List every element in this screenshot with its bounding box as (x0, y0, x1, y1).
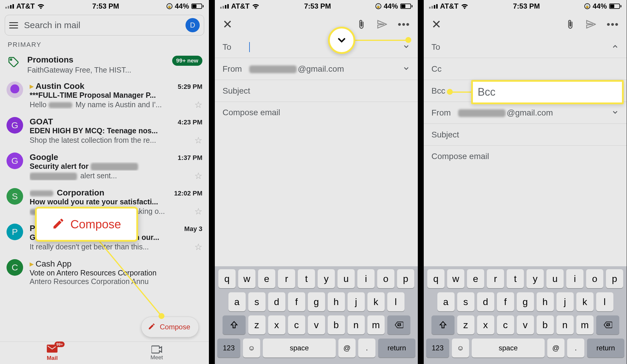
from-chevron[interactable] (611, 108, 619, 117)
numbers-key[interactable]: 123 (426, 339, 449, 357)
key-f[interactable]: f (497, 292, 514, 311)
promotions-row[interactable]: Promotions 99+ new FaithGateway Free, Th… (0, 52, 209, 78)
shift-key[interactable] (223, 315, 246, 334)
attach-icon[interactable] (356, 19, 366, 29)
key-o[interactable]: o (377, 269, 394, 288)
more-icon[interactable]: ••• (398, 19, 410, 30)
key-w[interactable]: w (447, 269, 464, 288)
to-field[interactable]: To (424, 36, 627, 58)
subject-field[interactable]: Subject (215, 80, 418, 102)
expand-chevron[interactable] (402, 43, 410, 52)
key-y[interactable]: y (318, 269, 335, 288)
message-row[interactable]: G GOAT 4:23 PM EDEN HIGH BY MCQ: Teenage… (0, 114, 209, 150)
key-x[interactable]: x (477, 315, 494, 334)
nav-meet[interactable]: Meet (105, 342, 209, 364)
key-z[interactable]: z (457, 315, 474, 334)
attach-icon[interactable] (565, 19, 575, 29)
key-i[interactable]: i (357, 269, 375, 288)
shift-key[interactable] (431, 315, 455, 334)
key-d[interactable]: d (477, 292, 494, 311)
backspace-key[interactable] (596, 315, 619, 334)
key-a[interactable]: a (437, 292, 455, 311)
compose-body[interactable]: Compose email (424, 146, 627, 167)
key-n[interactable]: n (348, 315, 365, 334)
key-a[interactable]: a (228, 292, 246, 311)
space-key[interactable]: space (472, 339, 545, 357)
key-w[interactable]: w (238, 269, 255, 288)
from-chevron[interactable] (402, 65, 410, 73)
key-c[interactable]: c (288, 315, 305, 334)
key-g[interactable]: g (308, 292, 325, 311)
compose-body[interactable]: Compose email (215, 102, 418, 123)
search-bar[interactable]: Search in mail D (5, 15, 204, 36)
key-j[interactable]: j (348, 292, 365, 311)
key-u[interactable]: u (338, 269, 355, 288)
key-p[interactable]: p (397, 269, 414, 288)
key-l[interactable]: l (596, 292, 613, 311)
key-s[interactable]: s (457, 292, 474, 311)
collapse-chevron[interactable] (611, 43, 619, 52)
key-j[interactable]: j (556, 292, 574, 311)
star-icon[interactable]: ☆ (194, 206, 202, 217)
key-k[interactable]: k (367, 292, 385, 311)
key-y[interactable]: y (527, 269, 544, 288)
key-q[interactable]: q (427, 269, 444, 288)
subject-field[interactable]: Subject (424, 124, 627, 146)
key-b[interactable]: b (328, 315, 345, 334)
close-icon[interactable]: ✕ (431, 18, 442, 30)
key-e[interactable]: e (258, 269, 275, 288)
key-h[interactable]: h (328, 292, 345, 311)
send-icon[interactable] (377, 19, 387, 29)
key-m[interactable]: m (576, 315, 594, 334)
key-f[interactable]: f (288, 292, 305, 311)
star-icon[interactable]: ☆ (194, 171, 202, 181)
close-icon[interactable]: ✕ (223, 18, 233, 30)
key-o[interactable]: o (586, 269, 603, 288)
key-q[interactable]: q (218, 269, 236, 288)
nav-mail[interactable]: 99+ Mail (0, 342, 105, 364)
backspace-key[interactable] (387, 315, 410, 334)
key-e[interactable]: e (467, 269, 484, 288)
key-r[interactable]: r (278, 269, 295, 288)
send-icon[interactable] (586, 19, 596, 29)
menu-icon[interactable] (9, 22, 18, 28)
return-key[interactable]: return (587, 339, 624, 357)
key-z[interactable]: z (248, 315, 265, 334)
from-field[interactable]: From @gmail.com (215, 58, 418, 80)
key-b[interactable]: b (537, 315, 554, 334)
key-d[interactable]: d (268, 292, 285, 311)
key-l[interactable]: l (387, 292, 404, 311)
key-h[interactable]: h (537, 292, 554, 311)
numbers-key[interactable]: 123 (217, 339, 240, 357)
emoji-key[interactable]: ☺ (243, 339, 260, 357)
cc-field[interactable]: Cc (424, 58, 627, 80)
star-icon[interactable]: ☆ (194, 135, 202, 145)
key-u[interactable]: u (546, 269, 564, 288)
ios-keyboard[interactable]: qwertyuiop asdfghjkl zxcvbnm 123 ☺ space… (215, 266, 418, 364)
key-n[interactable]: n (556, 315, 574, 334)
key-t[interactable]: t (298, 269, 315, 288)
dot-key[interactable]: . (358, 339, 375, 357)
key-c[interactable]: c (497, 315, 514, 334)
key-k[interactable]: k (576, 292, 594, 311)
key-x[interactable]: x (268, 315, 285, 334)
key-s[interactable]: s (248, 292, 265, 311)
star-icon[interactable]: ☆ (194, 242, 202, 252)
ios-keyboard[interactable]: qwertyuiop asdfghjkl zxcvbnm 123 ☺ space… (424, 266, 627, 364)
key-m[interactable]: m (367, 315, 385, 334)
from-field[interactable]: From @gmail.com (424, 102, 627, 124)
key-i[interactable]: i (566, 269, 583, 288)
star-icon[interactable]: ☆ (194, 100, 202, 110)
more-icon[interactable]: ••• (607, 19, 619, 30)
key-p[interactable]: p (606, 269, 623, 288)
key-g[interactable]: g (517, 292, 534, 311)
emoji-key[interactable]: ☺ (452, 339, 469, 357)
return-key[interactable]: return (378, 339, 415, 357)
space-key[interactable]: space (263, 339, 336, 357)
account-avatar[interactable]: D (185, 18, 200, 32)
key-v[interactable]: v (308, 315, 325, 334)
key-t[interactable]: t (507, 269, 524, 288)
message-row[interactable]: G Google 1:37 PM Security alert for aler… (0, 150, 209, 185)
key-r[interactable]: r (487, 269, 504, 288)
at-key[interactable]: @ (338, 339, 356, 357)
